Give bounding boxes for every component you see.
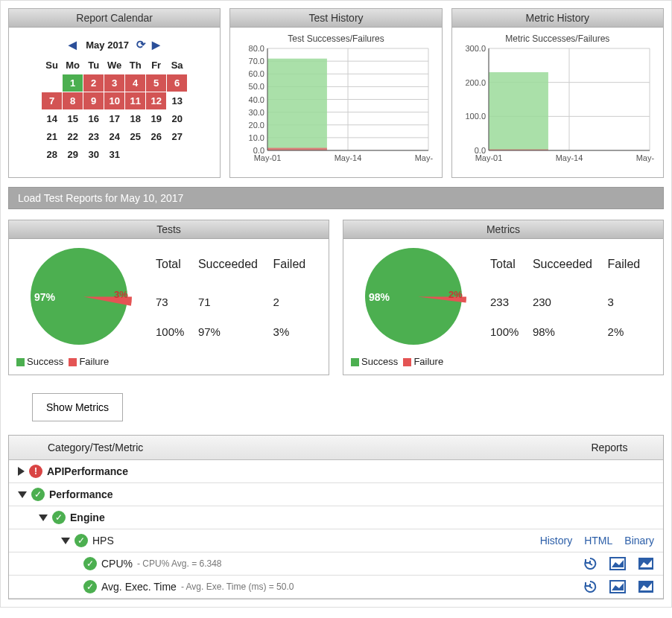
chevron-right-icon[interactable] [18,467,25,476]
binary-link[interactable]: Binary [624,535,654,547]
svg-text:10.0: 10.0 [249,133,264,142]
refresh-icon[interactable]: ⟳ [136,38,146,51]
svg-text:May-14: May-14 [335,153,362,162]
svg-text:May-27: May-27 [636,153,654,162]
image-icon[interactable] [638,557,654,570]
calendar-day[interactable]: 20 [167,110,188,128]
report-calendar-title: Report Calendar [9,9,220,28]
tree-row-apiperformance[interactable]: ! APIPerformance [9,460,663,483]
calendar-prev-icon[interactable]: ◀ [67,39,78,51]
history-icon[interactable] [583,580,597,593]
calendar-day[interactable]: 25 [125,128,146,146]
check-icon: ✓ [83,557,97,570]
svg-text:80.0: 80.0 [249,44,264,53]
calendar-day[interactable]: 22 [63,128,83,146]
test-history-chart-title: Test Successes/Failures [236,34,435,44]
calendar-day[interactable]: 30 [83,146,104,164]
calendar-day[interactable]: 1 [63,74,83,92]
calendar-day[interactable]: 3 [104,74,125,92]
calendar-day [146,146,167,164]
metrics-stats-table: Total Succeeded Failed 233 230 3 100% 98… [489,246,654,347]
svg-rect-25 [267,148,327,150]
tree-row-cpu: ✓ CPU% - CPU% Avg. = 6.348 [9,552,663,576]
tree-row-performance[interactable]: ✓ Performance [9,483,663,506]
check-icon: ✓ [52,511,66,524]
tree-table: Category/Test/Metric Reports ! APIPerfor… [8,435,664,599]
calendar-day[interactable]: 24 [104,128,125,146]
tree-row-hps[interactable]: ✓ HPS History HTML Binary [9,529,663,552]
calendar-day[interactable]: 13 [167,92,188,110]
calendar-day[interactable]: 27 [167,128,188,146]
calendar-next-icon[interactable]: ▶ [150,39,162,51]
chart-icon[interactable] [609,557,626,570]
show-metrics-button[interactable]: Show Metrics [32,393,123,421]
calendar-weekday: Sa [167,57,188,74]
svg-text:50.0: 50.0 [249,82,264,91]
calendar-day[interactable]: 6 [167,74,188,92]
history-icon[interactable] [583,557,597,570]
tests-succeeded-label: Succeeded [198,248,272,287]
calendar-day[interactable]: 26 [146,128,167,146]
calendar-day[interactable]: 14 [42,110,63,128]
calendar-day[interactable]: 10 [104,92,125,110]
metric-history-panel: Metric History Metric Successes/Failures… [451,8,664,178]
tree-header-category: Category/Test/Metric [18,442,565,453]
metrics-failed-label: Failed [608,248,653,287]
calendar-weekday: Su [42,57,63,74]
calendar-day[interactable]: 5 [146,74,167,92]
calendar-day[interactable]: 7 [42,92,63,110]
chevron-down-icon[interactable] [18,491,27,498]
calendar-day[interactable]: 28 [42,146,63,164]
calendar-weekday: Th [125,57,146,74]
tests-legend: Success Failure [9,351,329,375]
tests-total-label: Total [156,248,197,287]
svg-text:May-14: May-14 [556,153,583,162]
chevron-down-icon[interactable] [39,515,48,521]
tree-row-engine[interactable]: ✓ Engine [9,506,663,529]
svg-text:200.0: 200.0 [466,78,486,87]
test-history-chart: 0.010.020.030.040.050.060.070.080.0May-0… [239,44,433,167]
calendar-day[interactable]: 19 [146,110,167,128]
metrics-pie-chart: 98%2% [352,246,475,347]
metric-history-title: Metric History [452,9,663,28]
calendar-day[interactable]: 23 [83,128,104,146]
calendar-day [42,74,63,92]
report-calendar-panel: Report Calendar ◀ May 2017 ⟳ ▶ SuMoTuWeT… [8,8,221,178]
calendar-day[interactable]: 11 [125,92,146,110]
calendar-day[interactable]: 17 [104,110,125,128]
calendar-day[interactable]: 9 [83,92,104,110]
svg-text:60.0: 60.0 [249,69,264,78]
tree-header-reports: Reports [565,442,654,453]
calendar-day[interactable]: 4 [125,74,146,92]
chart-icon[interactable] [609,580,626,593]
image-icon[interactable] [638,580,654,593]
chevron-down-icon[interactable] [61,538,70,544]
history-link[interactable]: History [540,535,573,547]
calendar-day[interactable]: 29 [63,146,83,164]
calendar-day[interactable]: 31 [104,146,125,164]
html-link[interactable]: HTML [584,535,612,547]
calendar-weekday: Tu [83,57,104,74]
calendar-day[interactable]: 21 [42,128,63,146]
calendar-day[interactable]: 12 [146,92,167,110]
tests-pie-chart: 97%3% [18,246,141,347]
svg-text:97%: 97% [34,291,56,303]
calendar-day[interactable]: 15 [63,110,83,128]
calendar-day[interactable]: 18 [125,110,146,128]
calendar-day [125,146,146,164]
check-icon: ✓ [75,534,88,547]
metrics-succeeded-label: Succeeded [533,248,606,287]
tests-stats-table: Total Succeeded Failed 73 71 2 100% 97% … [154,246,320,347]
calendar-day[interactable]: 8 [63,92,83,110]
metrics-panel-title: Metrics [343,220,663,239]
metrics-legend: Success Failure [343,351,663,375]
calendar-day[interactable]: 16 [83,110,104,128]
report-date-bar: Load Test Reports for May 10, 2017 [8,187,664,209]
calendar-day[interactable]: 2 [83,74,104,92]
tests-failed-label: Failed [273,248,318,287]
calendar-weekday: Mo [63,57,83,74]
svg-text:98%: 98% [369,291,390,303]
tree-row-exec-time: ✓ Avg. Exec. Time - Avg. Exe. Time (ms) … [9,576,663,599]
error-icon: ! [29,465,42,478]
check-icon: ✓ [83,580,97,593]
